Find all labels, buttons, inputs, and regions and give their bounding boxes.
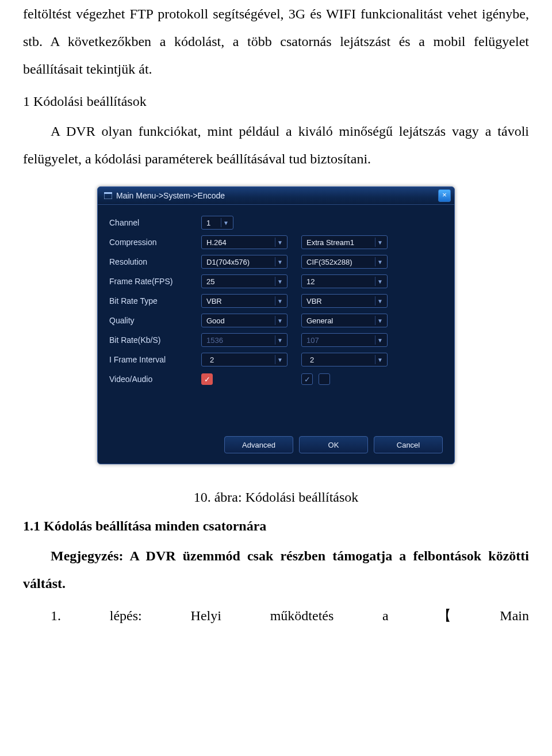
brtype-main-select[interactable]: VBR ▼ [201, 294, 288, 308]
compression-sub-value: Extra Stream1 [306, 238, 354, 247]
paragraph-intro: feltöltést végezhet FTP protokoll segíts… [23, 0, 529, 83]
step-word: lépés: [110, 602, 142, 629]
figure-caption: 10. ábra: Kódolási beállítások [23, 490, 529, 505]
iframe-main-value: 2 [206, 356, 214, 364]
va-main-checkbox[interactable]: ✓ [201, 373, 213, 385]
brtype-sub-value: VBR [306, 297, 322, 306]
close-button[interactable]: × [438, 189, 451, 202]
label-channel: Channel [109, 218, 201, 227]
svg-rect-1 [104, 192, 112, 194]
iframe-main-select[interactable]: 2 ▼ [201, 353, 288, 366]
step-text-2: működtetés [270, 602, 334, 629]
row-video-audio: Video/Audio ✓ ✓ [109, 371, 443, 388]
label-compression: Compression [109, 238, 201, 247]
label-iframe: I Frame Interval [109, 355, 201, 364]
chevron-down-icon: ▼ [275, 296, 285, 306]
resolution-sub-select[interactable]: CIF(352x288) ▼ [301, 255, 388, 269]
fps-main-value: 25 [206, 277, 214, 286]
resolution-main-select[interactable]: D1(704x576) ▼ [201, 255, 288, 269]
encode-settings-dialog: Main Menu->System->Encode × Channel 1 ▼ … [97, 186, 455, 464]
paragraph-step1: 1. lépés: Helyi működtetés a 【 Main [23, 602, 529, 629]
paragraph-encoding-desc: A DVR olyan funkciókat, mint például a k… [23, 117, 529, 173]
window-icon [103, 192, 113, 200]
fps-main-select[interactable]: 25 ▼ [201, 274, 288, 288]
label-video-audio: Video/Audio [109, 375, 201, 384]
label-fps: Frame Rate(FPS) [109, 277, 201, 286]
dialog-button-row: Advanced OK Cancel [98, 396, 454, 464]
fps-sub-select[interactable]: 12 ▼ [301, 274, 388, 288]
brtype-main-value: VBR [206, 297, 222, 306]
brkbs-main-value: 1536 [206, 336, 223, 345]
compression-sub-select[interactable]: Extra Stream1 ▼ [301, 235, 388, 249]
row-brkbs: Bit Rate(Kb/S) 1536 ▼ 107 ▼ [109, 331, 443, 349]
heading-encode-per-channel: 1.1 Kódolás beállítása minden csatornára [23, 512, 529, 540]
brkbs-sub-select[interactable]: 107 ▼ [301, 333, 388, 347]
check-icon: ✓ [304, 376, 310, 383]
ok-button[interactable]: OK [299, 436, 368, 453]
va-sub-audio-checkbox[interactable] [319, 373, 330, 385]
chevron-down-icon: ▼ [221, 218, 231, 227]
label-resolution: Resolution [109, 257, 201, 266]
iframe-sub-select[interactable]: 2 ▼ [301, 353, 388, 366]
chevron-down-icon: ▼ [275, 316, 285, 325]
channel-select[interactable]: 1 ▼ [201, 216, 233, 230]
dialog-titlebar: Main Menu->System->Encode × [98, 187, 454, 205]
check-icon: ✓ [204, 376, 210, 383]
step-text-4: Main [500, 602, 529, 629]
quality-main-select[interactable]: Good ▼ [201, 314, 288, 327]
chevron-down-icon: ▼ [375, 257, 385, 266]
label-brkbs: Bit Rate(Kb/S) [109, 335, 201, 345]
step-text-3: a [382, 602, 389, 629]
compression-main-select[interactable]: H.264 ▼ [201, 235, 288, 249]
advanced-button[interactable]: Advanced [224, 436, 293, 453]
resolution-main-value: D1(704x576) [206, 258, 250, 266]
label-quality: Quality [109, 316, 201, 325]
chevron-down-icon: ▼ [275, 335, 285, 345]
quality-sub-select[interactable]: General ▼ [301, 314, 388, 327]
chevron-down-icon: ▼ [275, 355, 285, 364]
dialog-title: Main Menu->System->Encode [116, 191, 438, 200]
brkbs-sub-value: 107 [306, 336, 319, 345]
row-iframe: I Frame Interval 2 ▼ 2 ▼ [109, 351, 443, 368]
va-sub-video-checkbox[interactable]: ✓ [301, 373, 313, 385]
row-channel: Channel 1 ▼ [109, 214, 443, 231]
quality-main-value: Good [206, 316, 225, 325]
heading-encoding-settings: 1 Kódolási beállítások [23, 87, 529, 115]
chevron-down-icon: ▼ [275, 277, 285, 286]
iframe-sub-value: 2 [306, 356, 314, 364]
channel-value: 1 [206, 219, 210, 227]
chevron-down-icon: ▼ [375, 238, 385, 247]
compression-main-value: H.264 [206, 238, 227, 247]
row-quality: Quality Good ▼ General ▼ [109, 312, 443, 329]
row-compression: Compression H.264 ▼ Extra Stream1 ▼ [109, 234, 443, 251]
row-brtype: Bit Rate Type VBR ▼ VBR ▼ [109, 292, 443, 310]
form-area: Channel 1 ▼ Compression H.264 ▼ Extra St… [98, 205, 454, 396]
chevron-down-icon: ▼ [375, 355, 385, 364]
step-number: 1. [51, 602, 61, 629]
label-brtype: Bit Rate Type [109, 296, 201, 306]
brtype-sub-select[interactable]: VBR ▼ [301, 294, 388, 308]
chevron-down-icon: ▼ [375, 277, 385, 286]
fps-sub-value: 12 [306, 277, 315, 286]
chevron-down-icon: ▼ [375, 316, 385, 325]
brkbs-main-select[interactable]: 1536 ▼ [201, 333, 288, 347]
quality-sub-value: General [306, 316, 333, 325]
row-resolution: Resolution D1(704x576) ▼ CIF(352x288) ▼ [109, 253, 443, 270]
chevron-down-icon: ▼ [375, 296, 385, 306]
resolution-sub-value: CIF(352x288) [306, 258, 352, 266]
step-bracket: 【 [438, 602, 451, 629]
chevron-down-icon: ▼ [275, 257, 285, 266]
step-text-1: Helyi [191, 602, 221, 629]
chevron-down-icon: ▼ [275, 238, 285, 247]
cancel-button[interactable]: Cancel [374, 436, 443, 453]
chevron-down-icon: ▼ [375, 335, 385, 345]
paragraph-note: Megjegyzés: A DVR üzemmód csak részben t… [23, 542, 529, 597]
row-fps: Frame Rate(FPS) 25 ▼ 12 ▼ [109, 273, 443, 290]
